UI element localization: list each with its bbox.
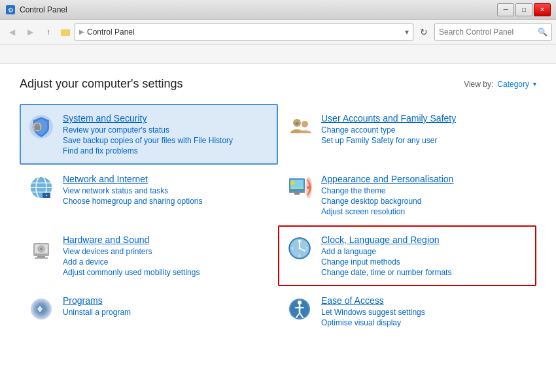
svg-point-27 — [307, 186, 309, 189]
svg-point-19 — [46, 195, 47, 196]
view-by-label: View by: — [464, 80, 493, 89]
system-security-title[interactable]: System and Security — [63, 113, 270, 123]
hardware-sound-info: Hardware and SoundView devices and print… — [63, 235, 270, 277]
ease-of-access-link-0[interactable]: Let Windows suggest settings — [321, 308, 529, 317]
clock-language-link-1[interactable]: Change input methods — [321, 257, 529, 267]
forward-button[interactable]: ▶ — [22, 24, 38, 40]
user-accounts-link-1[interactable]: Set up Family Safety for any user — [321, 136, 529, 145]
minimize-button[interactable]: ─ — [497, 3, 514, 16]
toolbar — [0, 44, 556, 64]
search-box[interactable]: 🔍 — [434, 24, 552, 41]
programs-info: ProgramsUninstall a program — [63, 295, 270, 317]
address-bar: ◀ ▶ ↑ ▶ Control Panel ▾ ↻ 🔍 — [0, 20, 556, 44]
category-item-programs[interactable]: ProgramsUninstall a program — [20, 286, 278, 336]
path-separator: ▶ — [79, 28, 84, 35]
system-security-info: System and SecurityReview your computer'… — [63, 113, 270, 155]
folder-icon — [60, 27, 71, 37]
svg-point-23 — [290, 181, 294, 185]
path-label: Control Panel — [87, 27, 135, 37]
network-internet-link-0[interactable]: View network status and tasks — [63, 186, 270, 195]
svg-rect-22 — [290, 188, 304, 189]
address-path[interactable]: ▶ Control Panel ▾ — [75, 24, 413, 41]
search-input[interactable] — [439, 27, 535, 37]
appearance-icon — [286, 174, 313, 201]
clock-language-link-0[interactable]: Add a language — [321, 247, 529, 256]
path-dropdown-arrow[interactable]: ▾ — [405, 27, 409, 37]
ease-of-access-info: Ease of AccessLet Windows suggest settin… — [321, 295, 529, 327]
network-internet-info: Network and InternetView network status … — [63, 174, 270, 206]
system-security-link-1[interactable]: Save backup copies of your files with Fi… — [63, 136, 270, 145]
view-by-arrow[interactable]: ▾ — [533, 80, 536, 88]
view-by-value[interactable]: Category — [497, 80, 529, 89]
main-content: Adjust your computer's settings View by:… — [0, 64, 556, 392]
refresh-button[interactable]: ↻ — [416, 24, 432, 40]
svg-rect-25 — [294, 193, 300, 195]
hardware-sound-icon — [27, 235, 55, 262]
title-bar: ⚙ Control Panel ─ □ ✕ — [0, 0, 556, 20]
appearance-info: Appearance and PersonalisationChange the… — [321, 174, 529, 216]
network-internet-title[interactable]: Network and Internet — [63, 174, 270, 184]
appearance-link-2[interactable]: Adjust screen resolution — [321, 207, 529, 216]
system-security-link-2[interactable]: Find and fix problems — [63, 146, 270, 155]
categories-grid: System and SecurityReview your computer'… — [20, 104, 536, 336]
category-item-network-internet[interactable]: Network and InternetView network status … — [20, 165, 278, 225]
maximize-button[interactable]: □ — [515, 3, 532, 16]
category-item-appearance[interactable]: Appearance and PersonalisationChange the… — [278, 165, 536, 225]
svg-text:⚙: ⚙ — [8, 7, 14, 14]
clock-language-info: Clock, Language and RegionAdd a language… — [321, 235, 529, 277]
user-accounts-info: User Accounts and Family SafetyChange ac… — [321, 113, 529, 145]
svg-text:3: 3 — [306, 246, 308, 250]
svg-text:9: 9 — [292, 246, 294, 250]
svg-rect-33 — [35, 257, 48, 259]
category-item-clock-language[interactable]: 12 3 6 9 Clock, Language and RegionAdd a… — [278, 225, 536, 286]
svg-text:6: 6 — [299, 253, 301, 257]
hardware-sound-title[interactable]: Hardware and Sound — [63, 235, 270, 245]
search-icon: 🔍 — [538, 27, 547, 37]
svg-rect-24 — [289, 191, 305, 193]
system-security-link-0[interactable]: Review your computer's status — [63, 125, 270, 135]
system-security-icon — [27, 113, 55, 140]
hardware-sound-link-1[interactable]: Add a device — [63, 257, 270, 267]
clock-language-link-2[interactable]: Change date, time or number formats — [321, 268, 529, 277]
hardware-sound-link-2[interactable]: Adjust commonly used mobility settings — [63, 268, 270, 277]
programs-link-0[interactable]: Uninstall a program — [63, 308, 270, 317]
close-button[interactable]: ✕ — [534, 3, 551, 16]
network-internet-icon — [27, 174, 55, 201]
svg-text:12: 12 — [298, 239, 302, 243]
title-bar-left: ⚙ Control Panel — [5, 5, 67, 15]
page-header: Adjust your computer's settings View by:… — [20, 77, 536, 91]
category-item-hardware-sound[interactable]: Hardware and SoundView devices and print… — [20, 225, 278, 286]
clock-language-title[interactable]: Clock, Language and Region — [321, 235, 529, 245]
appearance-title[interactable]: Appearance and Personalisation — [321, 174, 529, 184]
title-bar-controls: ─ □ ✕ — [497, 3, 551, 16]
ease-of-access-title[interactable]: Ease of Access — [321, 295, 529, 306]
user-accounts-title[interactable]: User Accounts and Family Safety — [321, 113, 529, 123]
svg-point-31 — [40, 248, 43, 250]
appearance-link-1[interactable]: Change desktop background — [321, 197, 529, 206]
up-button[interactable]: ↑ — [41, 24, 56, 40]
page-title: Adjust your computer's settings — [20, 77, 183, 91]
programs-title[interactable]: Programs — [63, 295, 270, 306]
svg-point-9 — [302, 121, 308, 127]
category-item-user-accounts[interactable]: User Accounts and Family SafetyChange ac… — [278, 104, 536, 165]
ease-of-access-link-1[interactable]: Optimise visual display — [321, 318, 529, 327]
svg-rect-6 — [35, 126, 40, 130]
user-accounts-icon — [286, 113, 313, 140]
svg-point-39 — [299, 248, 301, 250]
category-item-ease-of-access[interactable]: Ease of AccessLet Windows suggest settin… — [278, 286, 536, 336]
clock-language-icon: 12 3 6 9 — [286, 235, 313, 262]
category-item-system-security[interactable]: System and SecurityReview your computer'… — [20, 104, 278, 165]
hardware-sound-link-0[interactable]: View devices and printers — [63, 247, 270, 256]
view-by-control: View by: Category ▾ — [464, 80, 536, 89]
user-accounts-link-0[interactable]: Change account type — [321, 125, 529, 135]
programs-icon — [27, 295, 55, 323]
svg-point-11 — [297, 123, 299, 125]
window-title: Control Panel — [20, 5, 67, 14]
svg-rect-32 — [37, 256, 45, 257]
back-button[interactable]: ◀ — [4, 24, 20, 40]
app-icon: ⚙ — [5, 5, 16, 15]
appearance-link-0[interactable]: Change the theme — [321, 186, 529, 195]
ease-of-access-icon — [286, 295, 313, 323]
network-internet-link-1[interactable]: Choose homegroup and sharing options — [63, 197, 270, 206]
